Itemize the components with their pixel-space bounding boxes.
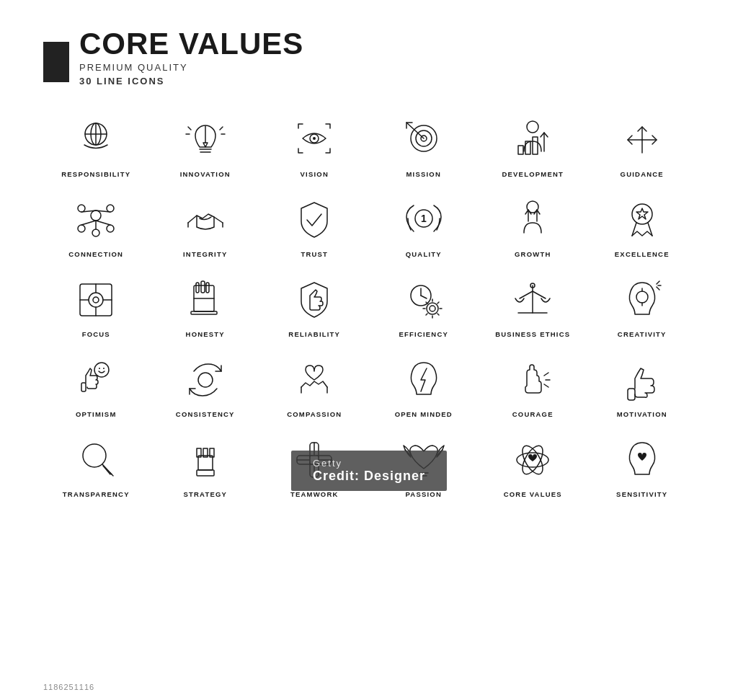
- creativity-label: CREATIVITY: [618, 330, 667, 338]
- svg-rect-86: [81, 383, 86, 391]
- svg-point-42: [632, 204, 652, 224]
- icon-cell-focus: FOCUS: [43, 268, 149, 341]
- creativity-icon: [616, 274, 668, 326]
- development-label: DEVELOPMENT: [502, 170, 564, 178]
- innovation-icon: [179, 114, 231, 166]
- icon-cell-growth: GROWTH: [480, 188, 586, 261]
- icon-cell-strategy: STRATEGY: [153, 428, 259, 501]
- svg-line-74: [520, 291, 533, 298]
- subtitle-line2: 30 LINE ICONS: [79, 76, 303, 87]
- svg-rect-21: [533, 137, 538, 154]
- excellence-label: EXCELLENCE: [615, 250, 670, 258]
- icon-cell-core-values: CORE VALUES: [480, 428, 586, 501]
- vision-icon: [288, 114, 340, 166]
- growth-icon: [507, 194, 559, 246]
- svg-point-18: [527, 121, 538, 133]
- connection-icon: [70, 194, 122, 246]
- icon-cell-open-minded: OPEN MINDED: [371, 348, 477, 421]
- svg-point-48: [93, 297, 99, 303]
- page-wrapper: CORE VALUES PREMIUM QUALITY 30 LINE ICON…: [0, 0, 738, 700]
- strategy-icon: [179, 434, 231, 486]
- core-values-icon: [507, 434, 559, 486]
- business-ethics-label: BUSINESS ETHICS: [495, 330, 570, 338]
- icon-cell-excellence: EXCELLENCE: [590, 188, 695, 261]
- svg-marker-43: [636, 208, 648, 219]
- guidance-icon: [616, 114, 668, 166]
- svg-line-10: [220, 127, 223, 130]
- svg-line-95: [103, 466, 110, 474]
- svg-text:1: 1: [421, 213, 427, 224]
- watermark-line2: Credit: Designer: [313, 469, 425, 484]
- icon-cell-honesty: HONESTY: [153, 268, 259, 341]
- icon-cell-vision: VISION: [262, 108, 368, 181]
- title-block: CORE VALUES PREMIUM QUALITY 30 LINE ICON…: [79, 29, 303, 87]
- svg-line-69: [437, 314, 439, 315]
- courage-label: COURAGE: [512, 410, 554, 418]
- consistency-label: CONSISTENCY: [176, 410, 235, 418]
- svg-rect-91: [628, 389, 635, 400]
- business-ethics-icon: [507, 274, 559, 326]
- icon-cell-efficiency: EFFICIENCY: [371, 268, 477, 341]
- svg-point-63: [430, 306, 435, 311]
- svg-rect-55: [201, 281, 205, 293]
- svg-point-26: [91, 211, 101, 221]
- icons-grid: RESPONSIBILITY INNO: [43, 108, 695, 501]
- icon-cell-reliability: RELIABILITY: [262, 268, 368, 341]
- stock-id: 1186251116: [43, 683, 94, 691]
- svg-rect-19: [518, 146, 523, 154]
- integrity-label: INTEGRITY: [183, 250, 227, 258]
- icon-cell-consistency: CONSISTENCY: [153, 348, 259, 421]
- teamwork-label: TEAMWORK: [290, 490, 339, 498]
- open-minded-label: OPEN MINDED: [395, 410, 453, 418]
- transparency-label: TRANSPARENCY: [63, 490, 130, 498]
- optimism-label: OPTIMISM: [76, 410, 117, 418]
- svg-point-92: [83, 444, 106, 467]
- icon-cell-development: DEVELOPMENT: [480, 108, 586, 181]
- icon-cell-integrity: INTEGRITY: [153, 188, 259, 261]
- open-minded-icon: [398, 354, 450, 406]
- motivation-label: MOTIVATION: [617, 410, 667, 418]
- compassion-icon: [288, 354, 340, 406]
- svg-rect-58: [191, 311, 217, 314]
- focus-label: FOCUS: [82, 330, 110, 338]
- quality-label: QUALITY: [406, 250, 442, 258]
- icon-cell-transparency: TRANSPARENCY: [43, 428, 149, 501]
- svg-line-34: [96, 221, 110, 225]
- main-title: CORE VALUES: [79, 29, 303, 59]
- svg-point-29: [107, 225, 114, 232]
- subtitle-bold: 30: [79, 76, 92, 87]
- vision-label: VISION: [301, 170, 329, 178]
- svg-line-80: [657, 281, 659, 284]
- reliability-icon: [288, 274, 340, 326]
- icon-cell-business-ethics: BUSINESS ETHICS: [480, 268, 586, 341]
- icon-cell-motivation: MOTIVATION: [590, 348, 695, 421]
- subtitle-line1: PREMIUM QUALITY: [79, 62, 303, 73]
- svg-point-85: [103, 368, 105, 369]
- icon-cell-innovation: INNOVATION: [153, 108, 259, 181]
- svg-line-75: [533, 291, 546, 298]
- svg-point-84: [99, 368, 100, 369]
- svg-point-83: [94, 363, 109, 377]
- subtitle-rest: LINE ICONS: [92, 76, 164, 87]
- svg-line-71: [426, 314, 427, 315]
- quality-icon: 1: [398, 194, 450, 246]
- honesty-icon: [179, 274, 231, 326]
- svg-rect-97: [198, 456, 213, 470]
- transparency-icon: [70, 434, 122, 486]
- excellence-icon: [616, 194, 668, 246]
- courage-icon: [507, 354, 559, 406]
- svg-line-61: [421, 296, 427, 298]
- svg-point-87: [198, 373, 213, 387]
- svg-line-8: [188, 127, 191, 130]
- black-square: [43, 42, 69, 82]
- focus-icon: [70, 274, 122, 326]
- responsibility-icon: [70, 114, 122, 166]
- innovation-label: INNOVATION: [180, 170, 231, 178]
- icon-cell-responsibility: RESPONSIBILITY: [43, 108, 149, 181]
- svg-line-70: [437, 302, 439, 304]
- sensitivity-icon: [616, 434, 668, 486]
- svg-line-88: [544, 373, 548, 376]
- svg-point-31: [107, 205, 114, 212]
- mission-icon: [398, 114, 450, 166]
- svg-point-13: [313, 137, 316, 140]
